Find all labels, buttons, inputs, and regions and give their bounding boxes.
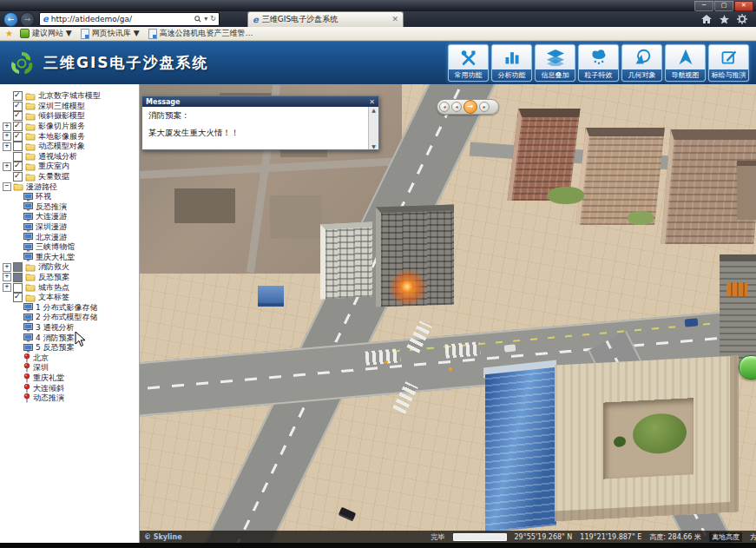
forward-button[interactable]: → (20, 12, 35, 27)
expand-icon[interactable]: + (3, 283, 11, 292)
slider-left2-icon[interactable]: ◂ (451, 102, 462, 112)
tree-item[interactable]: +重庆室内 (0, 162, 139, 172)
message-close-icon[interactable]: ✕ (369, 98, 375, 106)
tree-item[interactable]: 环视 (0, 192, 139, 202)
favorites-bar-item[interactable]: 建议网站 ▼ (20, 28, 72, 39)
tab-close-icon[interactable]: ✕ (391, 16, 398, 23)
tree-item[interactable]: 三峡博物馆 (0, 242, 139, 253)
search-icon[interactable] (194, 16, 201, 23)
tree-item[interactable]: 动态推演 (0, 393, 139, 404)
layer-checkbox[interactable] (13, 283, 23, 293)
layer-checkbox[interactable] (13, 262, 23, 272)
window-minimize-button[interactable]: ─ (694, 1, 713, 11)
favorites-bar-item[interactable]: 网页快讯库 ▼ (81, 28, 140, 39)
browser-tab[interactable]: e 三维GIS电子沙盘系统 ✕ (247, 11, 404, 27)
home-icon[interactable] (701, 15, 712, 24)
slider-knob[interactable]: → (463, 100, 477, 114)
tree-item[interactable]: +消防救火 (0, 262, 139, 273)
message-scrollbar[interactable]: ▲▼ (368, 107, 378, 149)
tree-item[interactable]: 5 反恐预案 (0, 343, 139, 353)
tree-item[interactable]: +反恐预案 (0, 273, 139, 283)
favorites-bar-item[interactable]: 高速公路机电资产三维管… (148, 28, 253, 39)
tree-item[interactable]: 北京 (0, 353, 139, 363)
tree-item[interactable]: 3 通视分析 (0, 323, 139, 333)
building-blue-box (258, 286, 284, 307)
toolbar-button-particles[interactable]: 粒子特效 (578, 44, 619, 82)
add-favorite-star-icon[interactable]: ★ (5, 30, 13, 38)
building-blue-glass (485, 367, 556, 533)
slider-left-icon[interactable]: ◂ (439, 102, 450, 112)
edge-green-button[interactable] (739, 355, 756, 380)
tree-item-label[interactable]: 动态推演 (33, 393, 64, 404)
tree-item[interactable]: 大连倾斜 (0, 383, 139, 393)
tree-item[interactable]: 深圳三维模型 (0, 102, 139, 112)
browser-navbar: ← → e http://atidedemo/ga/ ▾ ↻ e 三维GIS电子… (0, 11, 756, 27)
layer-checkbox[interactable] (13, 132, 23, 142)
slider-right-icon[interactable]: ▸ (479, 102, 490, 112)
toolbar-button-layers[interactable]: 信息叠加 (535, 44, 575, 82)
tree-item[interactable]: +城市热点 (0, 282, 139, 293)
toolbar-button-chart[interactable]: 分析功能 (491, 44, 532, 82)
folder-icon (25, 273, 36, 281)
layer-checkbox[interactable] (13, 172, 23, 182)
tree-item[interactable]: 倾斜摄影模型 (0, 111, 139, 122)
tree-item[interactable]: 北京数字城市模型 (0, 91, 139, 102)
layer-checkbox[interactable] (13, 102, 23, 111)
toolbar-button-plot[interactable]: 标绘与推演 (708, 44, 749, 82)
message-window[interactable]: Message ✕ 消防预案： 某大厦发生重大火情！！ ▲▼ (141, 96, 379, 150)
refresh-icon[interactable]: ↻ (210, 16, 216, 23)
url-text[interactable]: http://atidedemo/ga/ (51, 15, 192, 23)
tree-item[interactable]: +动态模型对象 (0, 142, 139, 152)
tree-item[interactable]: 通视域分析 (0, 152, 139, 162)
tree-item[interactable]: 深圳 (0, 363, 139, 373)
traffic-light-dot (385, 360, 388, 364)
layer-checkbox[interactable] (13, 111, 23, 121)
window-close-button[interactable]: ✕ (734, 1, 753, 11)
folder-icon (25, 173, 36, 182)
layer-checkbox[interactable] (13, 293, 23, 302)
expand-icon[interactable]: + (3, 263, 11, 272)
layer-checkbox[interactable] (13, 91, 23, 101)
expand-icon[interactable]: + (3, 273, 11, 281)
map-viewport[interactable]: Message ✕ 消防预案： 某大厦发生重大火情！！ ▲▼ ◂ ◂ → ▸ ©… (140, 84, 756, 543)
tree-item[interactable]: 深圳漫游 (0, 222, 139, 233)
aerial-block (270, 195, 322, 239)
tree-item[interactable]: +影像切片服务 (0, 122, 139, 132)
toolbar-button-geometry[interactable]: 几何对象 (621, 44, 662, 82)
address-dropdown-icon[interactable]: ▾ (204, 16, 207, 23)
tree-item[interactable]: 北京漫游 (0, 232, 139, 242)
tree-item[interactable]: 文本标签 (0, 293, 139, 303)
tree-item[interactable]: 矢量数据 (0, 172, 139, 182)
tree-item[interactable]: 重庆礼堂 (0, 373, 139, 384)
toolbar-button-navigation[interactable]: 导航视图 (665, 44, 706, 82)
tree-item[interactable]: 4 消防预案 (0, 333, 139, 343)
layer-checkbox[interactable] (13, 162, 23, 171)
tree-item[interactable]: 重庆大礼堂 (0, 253, 139, 263)
layer-checkbox[interactable] (13, 152, 23, 162)
layer-checkbox[interactable] (13, 273, 23, 282)
back-button[interactable]: ← (3, 12, 18, 27)
collapse-icon[interactable]: − (3, 182, 11, 191)
favorites-star-icon[interactable] (720, 15, 729, 24)
layer-checkbox[interactable] (13, 142, 23, 151)
tree-item[interactable]: 1 分布式影像存储 (0, 302, 139, 313)
address-bar[interactable]: e http://atidedemo/ga/ ▾ ↻ (39, 12, 220, 26)
tree-item[interactable]: 反恐推演 (0, 202, 139, 213)
expand-icon[interactable]: + (3, 132, 11, 141)
pin-icon (23, 373, 30, 383)
window-maximize-button[interactable]: ▢ (714, 1, 733, 11)
expand-icon[interactable]: + (3, 142, 11, 151)
toolbar-button-tools[interactable]: 常用功能 (448, 44, 489, 82)
expand-icon[interactable]: + (3, 122, 11, 131)
layer-checkbox[interactable] (13, 122, 23, 131)
camera-slider-control[interactable]: ◂ ◂ → ▸ (437, 99, 499, 115)
tree-item[interactable]: 2 分布式模型存储 (0, 313, 139, 323)
tree-item[interactable]: 大连漫游 (0, 212, 139, 222)
layers-icon (536, 45, 575, 69)
toolbar-button-label: 信息叠加 (536, 69, 575, 81)
gear-icon[interactable] (737, 14, 747, 24)
tree-item[interactable]: −漫游路径 (0, 182, 139, 192)
expand-icon[interactable]: + (3, 162, 11, 171)
tree-item[interactable]: +本地影像服务 (0, 131, 139, 142)
message-window-titlebar[interactable]: Message ✕ (142, 96, 378, 107)
